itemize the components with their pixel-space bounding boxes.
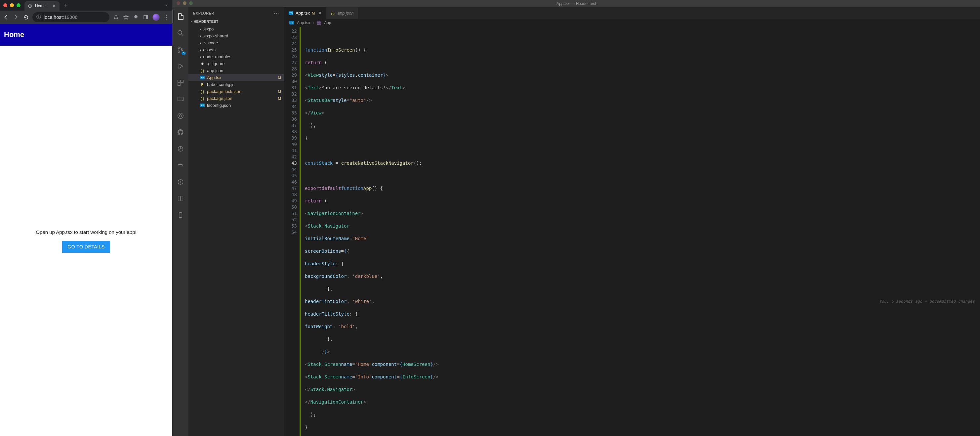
svg-point-14: [179, 115, 181, 117]
browser-window: Home ✕ + ⓘ localhost:19006: [0, 0, 173, 436]
sidepanel-icon[interactable]: [143, 14, 149, 21]
browser-tab[interactable]: Home ✕: [24, 1, 59, 11]
code-content[interactable]: function InfoScreen() { return ( <View s…: [301, 27, 980, 436]
folder-label: .expo-shared: [203, 34, 228, 38]
app-header-title: Home: [4, 30, 24, 39]
explorer-title: EXPLORER: [193, 11, 214, 15]
editor-group: TS App.tsx M ✕ { } app.json TS App.tsx ›…: [284, 7, 980, 436]
json-icon: { }: [200, 97, 205, 101]
zoom-dot[interactable]: [16, 3, 21, 7]
activity-extensions-icon[interactable]: [173, 76, 188, 89]
tab-close-icon[interactable]: ✕: [52, 3, 56, 9]
activity-project-icon[interactable]: [173, 192, 188, 205]
site-info-icon[interactable]: ⓘ: [37, 14, 41, 20]
activity-scm-icon[interactable]: 3: [173, 43, 188, 56]
activity-device-icon[interactable]: [173, 208, 188, 222]
svg-rect-3: [146, 16, 148, 19]
file-label: .gitignore: [207, 61, 224, 66]
folder-label: .expo: [203, 26, 213, 32]
line-gutter: 2223242526272829303132333435363738394041…: [284, 27, 299, 436]
file-tsconfig-json[interactable]: TStsconfig.json: [188, 102, 284, 109]
svg-point-12: [182, 100, 183, 101]
tsconfig-icon: TS: [200, 104, 205, 107]
file-package-lock-json[interactable]: { }package-lock.jsonM: [188, 88, 284, 95]
profile-avatar[interactable]: [153, 14, 160, 21]
file-package-json[interactable]: { }package.jsonM: [188, 95, 284, 102]
url-text: localhost:19006: [44, 14, 78, 20]
vscode-close-dot[interactable]: [177, 1, 180, 5]
activity-explorer-icon[interactable]: [173, 10, 188, 23]
svg-point-6: [178, 51, 180, 53]
svg-point-1: [29, 5, 31, 6]
file-label: App.tsx: [207, 75, 221, 80]
vscode-window: App.tsx — HeaderTest 3: [173, 0, 980, 436]
vscode-window-title: App.tsx — HeaderTest: [557, 1, 596, 6]
file-label: tsconfig.json: [207, 103, 231, 108]
breadcrumb-symbol: App: [324, 21, 331, 25]
activity-whale-icon[interactable]: [173, 159, 188, 172]
chevron-down-icon: ›: [190, 21, 194, 22]
vscode-titlebar: App.tsx — HeaderTest: [173, 0, 980, 7]
ts-icon: TS: [289, 21, 294, 24]
editor-tabs: TS App.tsx M ✕ { } app.json: [284, 7, 980, 19]
tab-label: App.tsx: [296, 11, 310, 16]
tab-close-icon[interactable]: ✕: [318, 11, 322, 16]
vscode-min-dot[interactable]: [183, 1, 186, 5]
nav-back-icon[interactable]: [3, 14, 9, 21]
code-editor[interactable]: 2223242526272829303132333435363738394041…: [284, 27, 980, 436]
new-tab-button[interactable]: +: [64, 2, 68, 9]
file-babel-config-js[interactable]: Bbabel.config.js: [188, 81, 284, 88]
activity-github-icon[interactable]: [173, 126, 188, 139]
close-dot[interactable]: [3, 3, 7, 7]
browser-menu-icon[interactable]: ⋮: [163, 14, 170, 21]
file-label: package.json: [207, 96, 232, 101]
json-icon: { }: [200, 89, 205, 94]
file-tree: ›.expo›.expo-shared›.vscode›assets›node_…: [188, 26, 284, 112]
activity-k8s-icon[interactable]: [173, 175, 188, 188]
folder-.vscode[interactable]: ›.vscode: [188, 39, 284, 46]
tab-app-json[interactable]: { } app.json: [326, 7, 358, 19]
gitignore-icon: ◆: [200, 62, 205, 66]
activity-debug-icon[interactable]: [173, 59, 188, 73]
url-bar[interactable]: ⓘ localhost:19006: [32, 12, 110, 22]
activity-remote-icon[interactable]: [173, 93, 188, 106]
folder-.expo[interactable]: ›.expo: [188, 26, 284, 32]
tab-label: app.json: [337, 11, 354, 16]
file-label: app.json: [207, 68, 223, 73]
file--gitignore[interactable]: ◆.gitignore: [188, 60, 284, 67]
share-icon[interactable]: [113, 14, 119, 21]
folder-.expo-shared[interactable]: ›.expo-shared: [188, 32, 284, 39]
file-App-tsx[interactable]: TSApp.tsxM: [188, 74, 284, 81]
folder-node_modules[interactable]: ›node_modules: [188, 53, 284, 60]
tab-title: Home: [35, 4, 46, 8]
breadcrumbs[interactable]: TS App.tsx › App: [284, 19, 980, 27]
activity-gitlens-icon[interactable]: [173, 142, 188, 155]
tab-app-tsx[interactable]: TS App.tsx M ✕: [284, 7, 326, 19]
breadcrumb-file: App.tsx: [297, 21, 310, 25]
file-app-json[interactable]: { }app.json: [188, 67, 284, 74]
activity-search-icon[interactable]: [173, 26, 188, 40]
babel-icon: B: [200, 83, 205, 87]
git-status-flag: M: [278, 76, 281, 80]
chevron-right-icon: ›: [200, 40, 201, 45]
folder-label: .vscode: [203, 40, 218, 45]
extensions-icon[interactable]: [133, 14, 139, 21]
go-to-details-button[interactable]: GO TO DETAILS: [62, 241, 110, 253]
chevron-right-icon: ›: [200, 34, 201, 38]
tabs-dropdown-icon[interactable]: [164, 3, 170, 7]
window-controls: [3, 3, 21, 7]
reload-icon[interactable]: [22, 14, 29, 21]
app-header: Home: [0, 24, 172, 46]
project-root[interactable]: › HEADERTEST: [188, 18, 284, 26]
git-blame-annotation: You, 6 seconds ago • Uncommitted changes: [879, 299, 975, 305]
json-icon: { }: [200, 69, 205, 73]
minimize-dot[interactable]: [10, 3, 14, 7]
activity-bar: 3: [173, 7, 188, 436]
bookmark-star-icon[interactable]: [123, 14, 129, 21]
vscode-zoom-dot[interactable]: [189, 1, 193, 5]
nav-forward-icon[interactable]: [13, 14, 19, 21]
explorer-more-icon[interactable]: ⋯: [274, 10, 280, 16]
activity-docker-icon[interactable]: [173, 109, 188, 122]
folder-assets[interactable]: ›assets: [188, 46, 284, 53]
chevron-right-icon: ›: [200, 26, 201, 32]
